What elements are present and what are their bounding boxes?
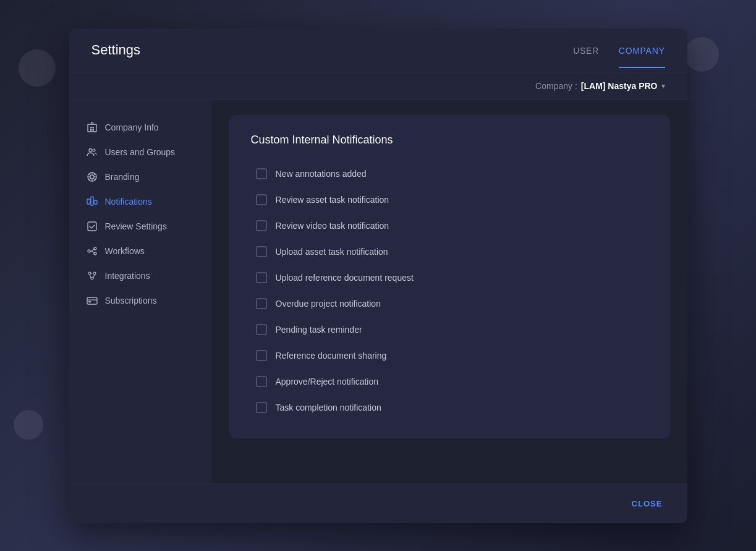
sidebar-item-branding[interactable]: Branding <box>69 164 211 189</box>
notification-label-0: New annotations added <box>276 169 367 179</box>
notification-item-0[interactable]: New annotations added <box>251 161 648 186</box>
checkbox-1[interactable] <box>256 194 267 205</box>
checkbox-7[interactable] <box>256 350 267 361</box>
sidebar-item-workflows[interactable]: Workflows <box>69 239 211 263</box>
notification-item-7[interactable]: Reference document sharing <box>251 343 648 368</box>
svg-rect-18 <box>87 199 90 204</box>
notification-item-1[interactable]: Review asset task notification <box>251 187 648 212</box>
notification-label-7: Reference document sharing <box>276 351 387 361</box>
modal-header: Settings USER COMPANY <box>69 28 687 72</box>
svg-rect-0 <box>88 124 96 132</box>
svg-rect-5 <box>91 122 93 124</box>
checkbox-0[interactable] <box>256 168 267 179</box>
svg-point-22 <box>88 250 90 252</box>
svg-point-9 <box>90 175 94 179</box>
notification-item-3[interactable]: Upload asset task notification <box>251 239 648 264</box>
notification-list: New annotations addedReview asset task n… <box>251 161 648 420</box>
modal-body: Company Info Users and Groups <box>69 100 687 484</box>
sidebar-label-company-info: Company Info <box>105 122 159 132</box>
notification-label-8: Approve/Reject notification <box>276 377 379 387</box>
sidebar-item-notifications[interactable]: Notifications <box>69 189 211 214</box>
bg-avatar-3 <box>684 37 719 72</box>
svg-rect-19 <box>91 197 93 205</box>
sidebar-item-subscriptions[interactable]: Subscriptions <box>69 288 211 313</box>
notification-item-6[interactable]: Pending task reminder <box>251 317 648 342</box>
sidebar-label-workflows: Workflows <box>105 246 145 256</box>
svg-line-17 <box>88 178 90 180</box>
notification-label-5: Overdue project notification <box>276 299 381 309</box>
tab-user[interactable]: USER <box>573 46 599 68</box>
company-bar: Company : [LAM] Nastya PRO ▾ <box>69 72 687 100</box>
checkbox-4[interactable] <box>256 272 267 283</box>
svg-rect-30 <box>88 301 91 302</box>
branding-icon <box>87 171 98 182</box>
notification-label-9: Task completion notification <box>276 403 381 412</box>
svg-rect-28 <box>87 297 97 304</box>
subscriptions-icon <box>87 295 98 306</box>
company-name: [LAM] Nastya PRO <box>581 81 658 91</box>
bg-avatar-2 <box>14 410 43 440</box>
integrations-icon <box>87 270 98 281</box>
settings-modal: Settings USER COMPANY Company : [LAM] Na… <box>69 28 687 523</box>
bg-avatar-1 <box>19 49 56 87</box>
sidebar-label-integrations: Integrations <box>105 271 150 281</box>
svg-point-6 <box>89 148 92 152</box>
modal-title: Settings <box>91 42 141 72</box>
notification-item-9[interactable]: Task completion notification <box>251 395 648 420</box>
notification-item-4[interactable]: Upload reference document request <box>251 265 648 290</box>
tab-company[interactable]: COMPANY <box>619 46 665 68</box>
checkbox-3[interactable] <box>256 246 267 257</box>
sidebar-label-review-settings: Review Settings <box>105 221 167 231</box>
checkbox-9[interactable] <box>256 402 267 413</box>
checkbox-2[interactable] <box>256 220 267 231</box>
svg-rect-4 <box>92 129 94 131</box>
company-label: Company : <box>535 81 577 91</box>
notifications-icon <box>87 196 98 207</box>
close-button[interactable]: CLOSE <box>629 495 665 512</box>
svg-point-26 <box>93 272 96 275</box>
checkbox-8[interactable] <box>256 376 267 387</box>
notification-label-6: Pending task reminder <box>276 325 362 335</box>
sidebar-item-users-groups[interactable]: Users and Groups <box>69 140 211 164</box>
checkbox-6[interactable] <box>256 324 267 335</box>
notifications-card: Custom Internal Notifications New annota… <box>229 115 670 438</box>
notification-label-3: Upload asset task notification <box>276 247 388 257</box>
notification-label-2: Review video task notification <box>276 221 389 231</box>
sidebar-label-users-groups: Users and Groups <box>105 147 176 157</box>
sidebar-label-branding: Branding <box>105 172 140 182</box>
sidebar: Company Info Users and Groups <box>69 100 211 484</box>
header-tabs: USER COMPANY <box>573 46 665 68</box>
notification-item-2[interactable]: Review video task notification <box>251 213 648 238</box>
svg-point-27 <box>91 277 93 280</box>
notification-item-5[interactable]: Overdue project notification <box>251 291 648 316</box>
workflows-icon <box>87 246 98 257</box>
svg-rect-21 <box>88 222 96 231</box>
svg-rect-2 <box>92 127 94 129</box>
svg-rect-3 <box>90 129 92 131</box>
checkbox-5[interactable] <box>256 298 267 309</box>
modal-footer: CLOSE <box>69 484 687 523</box>
svg-rect-1 <box>90 127 92 129</box>
svg-line-16 <box>93 173 95 175</box>
building-icon <box>87 122 98 133</box>
notification-item-8[interactable]: Approve/Reject notification <box>251 369 648 394</box>
notification-label-4: Upload reference document request <box>276 273 414 283</box>
sidebar-item-company-info[interactable]: Company Info <box>69 115 211 140</box>
svg-point-25 <box>88 272 91 275</box>
review-icon <box>87 221 98 232</box>
svg-rect-20 <box>94 200 97 204</box>
sidebar-item-integrations[interactable]: Integrations <box>69 263 211 288</box>
card-title: Custom Internal Notifications <box>251 134 648 147</box>
main-content: Custom Internal Notifications New annota… <box>211 100 687 484</box>
chevron-down-icon[interactable]: ▾ <box>661 82 665 90</box>
svg-point-7 <box>93 149 95 152</box>
sidebar-item-review-settings[interactable]: Review Settings <box>69 214 211 239</box>
sidebar-label-notifications: Notifications <box>105 197 152 207</box>
users-icon <box>87 147 98 158</box>
svg-line-14 <box>88 173 90 175</box>
svg-line-15 <box>93 178 95 180</box>
notification-label-1: Review asset task notification <box>276 195 389 205</box>
sidebar-label-subscriptions: Subscriptions <box>105 296 157 305</box>
